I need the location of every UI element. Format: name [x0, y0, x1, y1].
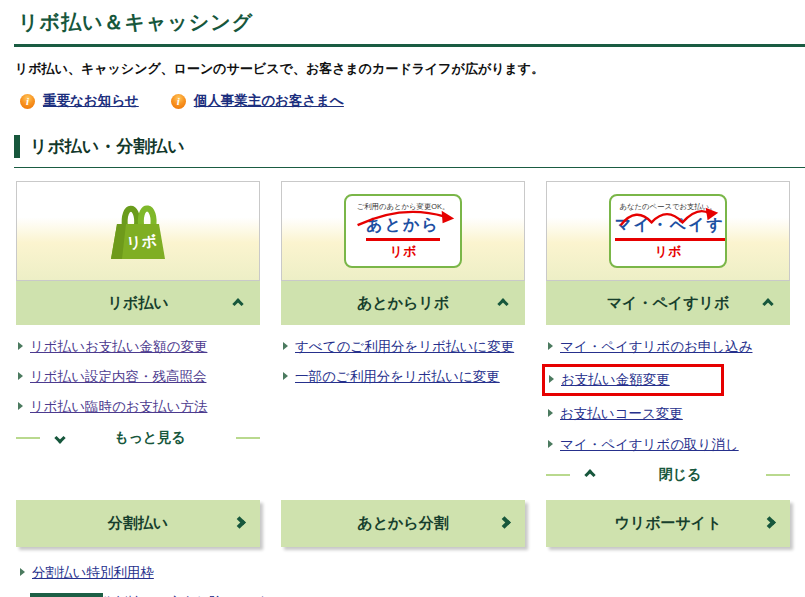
arrow-right-icon [548, 342, 553, 350]
payment-amount-change-link[interactable]: お支払い金額変更 [561, 371, 670, 389]
sole-proprietor-link[interactable]: 個人事業主のお客さまへ [194, 92, 344, 110]
atokara-logo-area: ご利用のあとから変更OK。 あとから リボ [281, 181, 525, 281]
divider [766, 474, 790, 476]
logo-sub-text: リボ [350, 243, 456, 261]
chevron-up-icon [232, 298, 243, 309]
button-label: あとから分割 [357, 514, 448, 533]
button-label: ウリボーサイト [614, 514, 721, 533]
list-item: すべてのご利用分をリボ払いに変更 [283, 338, 525, 356]
divider [546, 474, 570, 476]
logo-tagline: ご利用のあとから変更OK。 [354, 201, 452, 211]
close-toggle[interactable]: 閉じる [546, 466, 790, 484]
all-to-ribo-link[interactable]: すべてのご利用分をリボ払いに変更 [295, 338, 514, 356]
panel-title: あとからリボ [357, 294, 449, 313]
part-to-ribo-link[interactable]: 一部のご利用分をリボ払いに変更 [295, 368, 500, 386]
chevron-up-icon [762, 298, 773, 309]
payment-course-change-link[interactable]: お支払いコース変更 [560, 405, 683, 423]
my-pays-logo-area: あなたのペースでお支払い。 マイ・ペイす リボ [546, 181, 790, 281]
arrow-right-icon [548, 440, 553, 448]
divider [16, 437, 40, 439]
notice-important[interactable]: i 重要なお知らせ [20, 92, 139, 110]
arrow-right-icon [18, 372, 23, 380]
button-row: 分割払い あとから分割 ウリボーサイト [16, 500, 790, 547]
cutoff-element [30, 593, 103, 597]
panel-toggle-ribo[interactable]: リボ払い [16, 281, 260, 325]
arrow-right-icon [549, 375, 554, 383]
bunkatsu-special-limit-link[interactable]: 分割払い特別利用枠 [32, 564, 154, 582]
arrow-right-icon [18, 402, 23, 410]
highlight-box: お支払い金額変更 [542, 364, 724, 396]
my-pays-ribo-logo: あなたのペースでお支払い。 マイ・ペイす リボ [609, 194, 727, 268]
panel-title: リボ払い [107, 294, 168, 313]
notice-links: i 重要なお知らせ i 個人事業主のお客さまへ [20, 92, 805, 110]
ribo-logo-area: リボ [16, 181, 260, 281]
page-title: リボ払い＆キャッシング [18, 9, 805, 36]
logo-main-text: あとから [366, 215, 440, 241]
chevron-right-icon [233, 516, 246, 529]
arrow-right-icon [283, 372, 288, 380]
my-pays-cancel-link[interactable]: マイ・ペイすリボの取り消し [560, 436, 739, 454]
button-label: 分割払い [108, 514, 168, 533]
list-item: マイ・ペイすリボの取り消し [548, 436, 790, 454]
divider [236, 437, 260, 439]
list-item: リボ払い臨時のお支払い方法 [18, 398, 260, 416]
info-icon: i [20, 94, 35, 109]
ribo-settings-balance-link[interactable]: リボ払い設定内容・残高照会 [30, 368, 206, 386]
logo-tagline: あなたのペースでお支払い。 [619, 201, 717, 211]
bottom-links: 分割払い特別利用枠 リボ払い・分割払いの安心保険サービス [18, 564, 805, 597]
ribo-amount-change-link[interactable]: リボ払いお支払い金額の変更 [30, 338, 207, 356]
close-label: 閉じる [594, 466, 766, 484]
list-item: お支払い金額変更 [549, 371, 713, 389]
section-header: リボ払い・分割払い [14, 135, 805, 168]
atokara-ribo-logo: ご利用のあとから変更OK。 あとから リボ [344, 194, 462, 268]
show-more-toggle[interactable]: もっと見る [16, 429, 260, 447]
logo-sub-text: リボ [615, 243, 721, 261]
arrow-right-icon [548, 409, 553, 417]
chevron-right-icon [763, 516, 776, 529]
arrow-right-icon [18, 342, 23, 350]
chevron-up-icon [497, 298, 508, 309]
list-item: リボ払いお支払い金額の変更 [18, 338, 260, 356]
panel-toggle-atokara[interactable]: あとからリボ [281, 281, 525, 325]
panel-title: マイ・ペイすリボ [607, 294, 729, 313]
atokara-bunkatsu-button[interactable]: あとから分割 [281, 500, 525, 547]
intro-text: リボ払い、キャッシング、ローンのサービスで、お客さまのカードライフが広がります。 [15, 60, 805, 78]
list-item: リボ払い設定内容・残高照会 [18, 368, 260, 386]
panel-ribo: リボ リボ払い リボ払いお支払い金額の変更 リボ払い設定内容・残高照会 リボ払い… [16, 181, 260, 484]
list-item: 分割払い特別利用枠 [20, 564, 805, 582]
panel-grid: リボ リボ払い リボ払いお支払い金額の変更 リボ払い設定内容・残高照会 リボ払い… [16, 181, 790, 484]
ribo-bag-icon: リボ [102, 197, 174, 265]
panel-toggle-my-pays[interactable]: マイ・ペイすリボ [546, 281, 790, 325]
atokara-links: すべてのご利用分をリボ払いに変更 一部のご利用分をリボ払いに変更 [281, 325, 525, 386]
page-header: リボ払い＆キャッシング [14, 0, 805, 47]
important-news-link[interactable]: 重要なお知らせ [43, 92, 139, 110]
my-pays-links: マイ・ペイすリボのお申し込み お支払い金額変更 お支払いコース変更 マイ・ペイす… [546, 325, 790, 484]
svg-text:リボ: リボ [125, 232, 157, 252]
list-item: お支払いコース変更 [548, 405, 790, 423]
info-icon: i [171, 94, 186, 109]
panel-atokara-ribo: ご利用のあとから変更OK。 あとから リボ あとからリボ すべてのご利用分をリボ… [281, 181, 525, 484]
section-title: リボ払い・分割払い [14, 135, 805, 158]
ribo-links: リボ払いお支払い金額の変更 リボ払い設定内容・残高照会 リボ払い臨時のお支払い方… [16, 325, 260, 447]
list-item: マイ・ペイすリボのお申し込み [548, 338, 790, 356]
logo-main-text: マイ・ペイす [615, 215, 725, 241]
bunkatsu-button[interactable]: 分割払い [16, 500, 260, 547]
list-item: 一部のご利用分をリボ払いに変更 [283, 368, 525, 386]
panel-my-pays-ribo: あなたのペースでお支払い。 マイ・ペイす リボ マイ・ペイすリボ マイ・ペイすリ… [546, 181, 790, 484]
show-more-label: もっと見る [64, 429, 236, 447]
uribo-site-button[interactable]: ウリボーサイト [546, 500, 790, 547]
chevron-right-icon [498, 516, 511, 529]
arrow-right-icon [283, 342, 288, 350]
ribo-extra-payment-link[interactable]: リボ払い臨時のお支払い方法 [30, 398, 207, 416]
my-pays-apply-link[interactable]: マイ・ペイすリボのお申し込み [560, 338, 752, 356]
notice-business[interactable]: i 個人事業主のお客さまへ [171, 92, 344, 110]
arrow-right-icon [20, 568, 25, 576]
